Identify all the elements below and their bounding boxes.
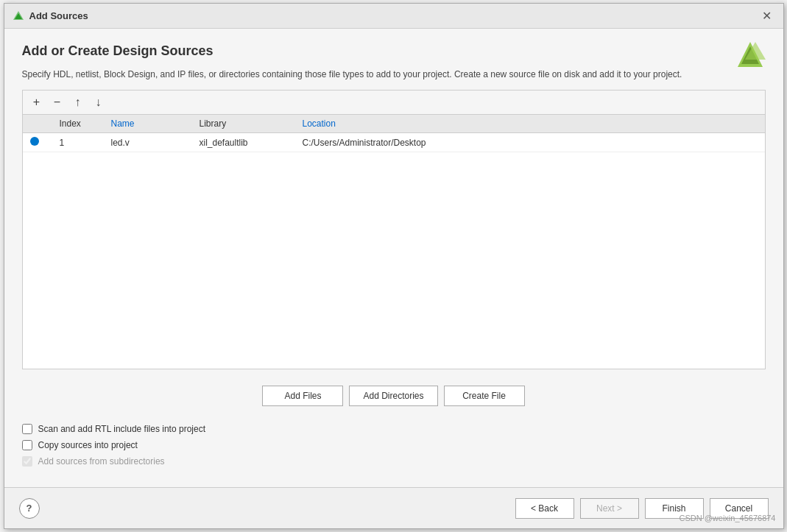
- sources-table: Index Name Library Location 1 led.v: [23, 115, 765, 152]
- move-up-button[interactable]: ↑: [68, 93, 88, 111]
- add-icon: +: [33, 96, 40, 108]
- logo-area: [735, 40, 766, 74]
- vivado-logo: [735, 40, 766, 71]
- title-bar: Add Sources ✕: [4, 4, 783, 29]
- col-library: Library: [192, 115, 295, 133]
- status-dot-icon: [30, 137, 39, 146]
- add-subdirs-label: Add sources from subdirectories: [38, 456, 165, 467]
- scan-rtl-checkbox[interactable]: [22, 424, 32, 434]
- footer-left: ?: [19, 498, 40, 519]
- content-area: Add or Create Design Sources Specify HDL…: [4, 29, 783, 487]
- add-files-button[interactable]: Add Files: [262, 386, 343, 406]
- copy-sources-row: Copy sources into project: [22, 440, 766, 450]
- next-button[interactable]: Next >: [580, 498, 639, 519]
- col-index: Index: [52, 115, 104, 133]
- name-cell: led.v: [104, 133, 192, 152]
- col-status: [23, 115, 52, 133]
- add-sources-dialog: Add Sources ✕ Add or Create Design Sourc…: [4, 3, 784, 529]
- copy-sources-checkbox[interactable]: [22, 440, 32, 450]
- add-directories-button[interactable]: Add Directories: [349, 386, 437, 406]
- add-subdirs-checkbox[interactable]: [22, 456, 32, 467]
- location-cell: C:/Users/Administrator/Desktop: [295, 133, 765, 152]
- checkboxes-group: Scan and add RTL include files into proj…: [22, 418, 766, 472]
- table-toolbar: + − ↑ ↓: [23, 91, 765, 115]
- app-icon: [12, 10, 25, 23]
- action-buttons-row: Add Files Add Directories Create File: [22, 378, 766, 409]
- file-table-container: + − ↑ ↓ Index: [22, 90, 766, 369]
- index-cell: 1: [52, 133, 104, 152]
- col-location: Location: [295, 115, 765, 133]
- back-button[interactable]: < Back: [515, 498, 574, 519]
- scan-rtl-row: Scan and add RTL include files into proj…: [22, 424, 766, 434]
- table-wrapper: Index Name Library Location 1 led.v: [23, 115, 765, 369]
- col-name: Name: [104, 115, 192, 133]
- watermark-text: CSDN @weixin_45676874: [679, 514, 775, 522]
- add-file-toolbar-button[interactable]: +: [27, 93, 46, 111]
- title-bar-left: Add Sources: [12, 10, 88, 23]
- dialog-title: Add Sources: [29, 10, 88, 21]
- table-row[interactable]: 1 led.v xil_defaultlib C:/Users/Administ…: [23, 133, 765, 152]
- scan-rtl-label: Scan and add RTL include files into proj…: [38, 424, 205, 434]
- create-file-button[interactable]: Create File: [444, 386, 525, 406]
- move-down-button[interactable]: ↓: [89, 93, 108, 111]
- remove-button[interactable]: −: [48, 93, 67, 111]
- up-arrow-icon: ↑: [75, 96, 81, 108]
- add-subdirs-row: Add sources from subdirectories: [22, 456, 766, 467]
- page-title: Add or Create Design Sources: [22, 43, 766, 59]
- table-header-row: Index Name Library Location: [23, 115, 765, 133]
- copy-sources-label: Copy sources into project: [38, 440, 138, 450]
- dialog-footer: ? < Back Next > Finish Cancel: [4, 487, 783, 528]
- library-cell: xil_defaultlib: [192, 133, 295, 152]
- status-cell: [23, 133, 52, 152]
- minus-icon: −: [54, 96, 60, 108]
- description-text: Specify HDL, netlist, Block Design, and …: [22, 68, 766, 81]
- down-arrow-icon: ↓: [96, 96, 102, 108]
- help-button[interactable]: ?: [19, 498, 40, 519]
- close-button[interactable]: ✕: [758, 9, 776, 24]
